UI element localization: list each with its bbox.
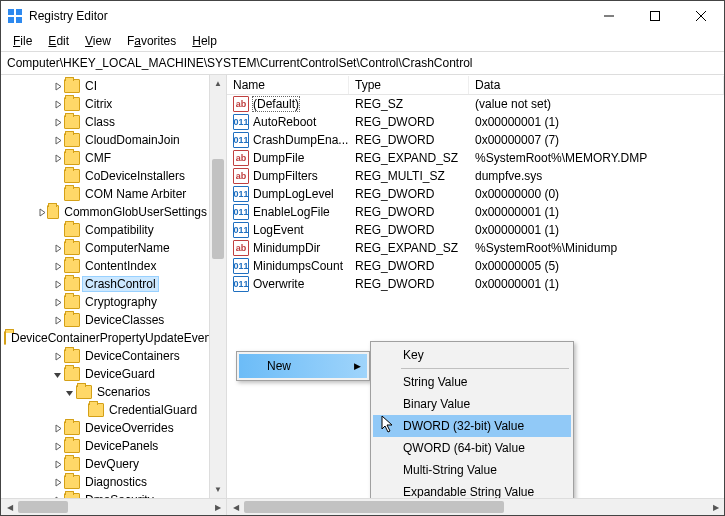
context-menu-dword-value[interactable]: DWORD (32-bit) Value [373,415,571,437]
expand-icon[interactable] [51,352,63,361]
scroll-thumb[interactable] [18,501,68,513]
expand-icon[interactable] [51,496,63,499]
scroll-left-icon[interactable]: ◀ [1,503,18,512]
tree-item-label: COM Name Arbiter [83,187,188,201]
expand-icon[interactable] [51,100,63,109]
context-menu-new[interactable]: New ▶ [239,354,367,378]
expand-icon[interactable] [51,298,63,307]
tree-item[interactable]: DeviceContainerPropertyUpdateEvents [3,329,209,347]
expand-icon[interactable] [51,244,63,253]
expand-icon[interactable] [51,118,63,127]
tree-item[interactable]: CrashControl [3,275,209,293]
expand-icon[interactable] [51,424,63,433]
list-hscrollbar[interactable]: ◀ ▶ [227,498,724,515]
scroll-right-icon[interactable]: ▶ [707,499,724,515]
maximize-button[interactable] [632,1,678,31]
scroll-thumb[interactable] [212,159,224,259]
column-header-data[interactable]: Data [469,76,724,94]
expand-icon[interactable] [51,154,63,163]
menu-help[interactable]: Help [184,32,225,50]
collapse-icon[interactable] [63,388,75,397]
context-menu-key[interactable]: Key [373,344,571,366]
tree-item[interactable]: DevQuery [3,455,209,473]
scroll-up-icon[interactable]: ▲ [210,75,226,92]
context-menu-multistring-value[interactable]: Multi-String Value [373,459,571,481]
cell-type: REG_DWORD [349,133,469,147]
list-row[interactable]: ab(Default)REG_SZ(value not set) [227,95,724,113]
expand-icon[interactable] [51,280,63,289]
tree-vscrollbar[interactable]: ▲ ▼ [209,75,226,498]
tree-item[interactable]: Cryptography [3,293,209,311]
menu-file[interactable]: File [5,32,40,50]
tree-item[interactable]: Citrix [3,95,209,113]
context-menu-binary-value[interactable]: Binary Value [373,393,571,415]
expand-icon[interactable] [51,136,63,145]
folder-icon [64,457,80,471]
tree-item[interactable]: DmaSecurity [3,491,209,498]
context-menu-qword-value[interactable]: QWORD (64-bit) Value [373,437,571,459]
tree-item[interactable]: CloudDomainJoin [3,131,209,149]
list-row[interactable]: 011AutoRebootREG_DWORD0x00000001 (1) [227,113,724,131]
expand-icon[interactable] [51,442,63,451]
menu-favorites[interactable]: Favorites [119,32,184,50]
tree-hscrollbar[interactable]: ◀ ▶ [1,498,226,515]
tree-item[interactable]: Class [3,113,209,131]
tree-item[interactable]: CI [3,77,209,95]
tree-item[interactable]: CMF [3,149,209,167]
registry-tree[interactable]: CICitrixClassCloudDomainJoinCMFCoDeviceI… [1,75,209,498]
address-bar[interactable]: Computer\HKEY_LOCAL_MACHINE\SYSTEM\Curre… [1,51,724,75]
folder-icon [64,295,80,309]
tree-item[interactable]: DeviceOverrides [3,419,209,437]
list-row[interactable]: 011LogEventREG_DWORD0x00000001 (1) [227,221,724,239]
list-row[interactable]: abDumpFileREG_EXPAND_SZ%SystemRoot%\MEMO… [227,149,724,167]
expand-icon[interactable] [51,262,63,271]
column-header-type[interactable]: Type [349,76,469,94]
tree-item[interactable]: ContentIndex [3,257,209,275]
list-row[interactable]: 011OverwriteREG_DWORD0x00000001 (1) [227,275,724,293]
tree-item[interactable]: Scenarios [3,383,209,401]
context-menu-string-value[interactable]: String Value [373,371,571,393]
list-row[interactable]: 011CrashDumpEna...REG_DWORD0x00000007 (7… [227,131,724,149]
context-menu-label: New [267,359,291,373]
expand-icon[interactable] [51,478,63,487]
expand-icon[interactable] [37,208,46,217]
scroll-down-icon[interactable]: ▼ [210,481,226,498]
expand-icon[interactable] [51,460,63,469]
scroll-left-icon[interactable]: ◀ [227,499,244,515]
tree-item[interactable]: CredentialGuard [3,401,209,419]
tree-item[interactable]: Compatibility [3,221,209,239]
list-row[interactable]: 011DumpLogLevelREG_DWORD0x00000000 (0) [227,185,724,203]
list-row[interactable]: 011EnableLogFileREG_DWORD0x00000001 (1) [227,203,724,221]
values-list[interactable]: ab(Default)REG_SZ(value not set)011AutoR… [227,95,724,498]
cell-data: 0x00000007 (7) [469,133,724,147]
collapse-icon[interactable] [51,370,63,379]
tree-item[interactable]: DevicePanels [3,437,209,455]
expand-icon[interactable] [51,316,63,325]
scroll-thumb[interactable] [244,501,504,513]
scroll-right-icon[interactable]: ▶ [209,503,226,512]
tree-item[interactable]: CommonGlobUserSettings [3,203,209,221]
tree-item[interactable]: DeviceClasses [3,311,209,329]
cell-type: REG_DWORD [349,277,469,291]
tree-item[interactable]: CoDeviceInstallers [3,167,209,185]
folder-icon [64,169,80,183]
window-controls [586,1,724,31]
list-row[interactable]: abDumpFiltersREG_MULTI_SZdumpfve.sys [227,167,724,185]
minimize-button[interactable] [586,1,632,31]
tree-item[interactable]: COM Name Arbiter [3,185,209,203]
tree-item[interactable]: DeviceContainers [3,347,209,365]
binary-value-icon: 011 [233,276,249,292]
cell-data: 0x00000001 (1) [469,277,724,291]
list-row[interactable]: abMinidumpDirREG_EXPAND_SZ%SystemRoot%\M… [227,239,724,257]
tree-item[interactable]: Diagnostics [3,473,209,491]
menu-edit[interactable]: Edit [40,32,77,50]
column-header-name[interactable]: Name [227,76,349,94]
list-row[interactable]: 011MinidumpsCountREG_DWORD0x00000005 (5) [227,257,724,275]
tree-item-label: DevQuery [83,457,141,471]
context-menu-expandstring-value[interactable]: Expandable String Value [373,481,571,498]
tree-item[interactable]: DeviceGuard [3,365,209,383]
tree-item[interactable]: ComputerName [3,239,209,257]
menu-view[interactable]: View [77,32,119,50]
close-button[interactable] [678,1,724,31]
expand-icon[interactable] [51,82,63,91]
